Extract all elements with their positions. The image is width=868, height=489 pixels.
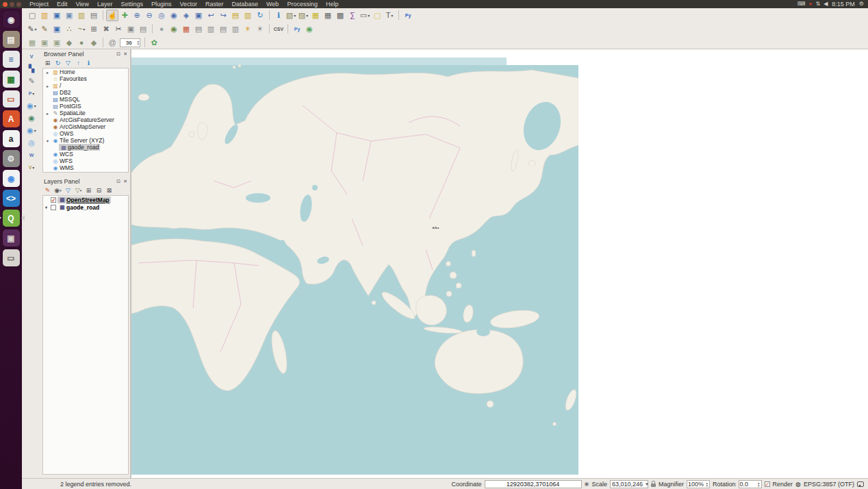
web-plugin-button[interactable]: ◉ — [303, 23, 316, 35]
add-selected-layers-button[interactable]: ⊞ — [43, 59, 52, 67]
layers-float-icon[interactable]: ⊡ — [116, 179, 120, 184]
dropdown-arrow-icon[interactable]: ▾ — [35, 27, 37, 32]
zoom-out-button[interactable]: ⊖ — [143, 10, 155, 21]
plugin-point-2-button[interactable]: ● — [75, 37, 88, 49]
magnifier-spinbox[interactable]: 100% ▴▾ — [687, 480, 710, 488]
browser-item-db2[interactable]: ▤DB2 — [43, 89, 128, 96]
filter-legend-button[interactable]: ▽ — [64, 186, 73, 195]
deselect-all-button[interactable]: ▨▾ — [297, 10, 309, 21]
save-as-copy-button[interactable]: ▥ — [75, 10, 88, 21]
render-checkbox[interactable]: ✓ — [765, 481, 770, 487]
browser-item-wfs[interactable]: ◎WFS — [43, 158, 128, 164]
steps-spinbox[interactable]: 36▴▾ — [120, 38, 140, 47]
zoom-to-native-button[interactable]: ◎ — [155, 10, 168, 21]
delete-selected-button[interactable]: ✖ — [100, 23, 112, 35]
map-tips-button[interactable]: ▢ — [371, 10, 383, 21]
add-vector-layer-button[interactable]: V — [25, 51, 38, 62]
map-canvas[interactable] — [131, 49, 868, 478]
browser-item-favourites[interactable]: ☆Favourites — [43, 75, 128, 82]
crs-icon[interactable]: ◍ — [795, 481, 801, 488]
expand-all-layers-button[interactable]: ⊞ — [84, 186, 93, 195]
browser-item-spatialite[interactable]: ▸✎SpatiaLite — [43, 110, 128, 116]
dropdown-arrow-icon[interactable]: ▾ — [80, 188, 82, 192]
zoom-next-button[interactable]: ↪ — [217, 10, 229, 21]
full-histogram-stretch-button[interactable]: ▥ — [205, 23, 217, 35]
dropdown-arrow-icon[interactable]: ▾ — [391, 13, 393, 18]
dropdown-arrow-icon[interactable]: ▾ — [294, 13, 296, 18]
green-plugin-button[interactable]: ✿ — [148, 37, 160, 49]
spinner-arrows-icon[interactable]: ▴▾ — [706, 481, 709, 487]
launcher-amazon[interactable]: a — [3, 130, 20, 147]
add-circular-string-button[interactable]: ~▾ — [75, 23, 88, 35]
plugin-grid-3-button[interactable]: ▣ — [51, 37, 63, 49]
python-console-button[interactable]: Py — [291, 23, 303, 35]
launcher-terminal-app[interactable]: ▣ — [3, 229, 20, 247]
launcher-files[interactable]: ▤ — [3, 31, 20, 48]
plugin-point-1-button[interactable]: ◆ — [63, 37, 75, 49]
open-project-button[interactable]: ▥ — [38, 10, 51, 21]
recording-indicator-icon[interactable]: ● — [809, 0, 813, 8]
text-annotation-button[interactable]: T▾ — [383, 10, 396, 21]
launcher-chromium-browser[interactable]: ◉ — [3, 170, 20, 187]
browser-float-icon[interactable]: ⊡ — [116, 51, 120, 57]
pan-map-button[interactable]: ☝ — [106, 10, 118, 21]
copy-features-button[interactable]: ▣ — [125, 23, 137, 35]
launcher-libreoffice-impress[interactable]: ▭ — [3, 90, 20, 108]
dropdown-arrow-icon[interactable]: ▾ — [306, 13, 308, 18]
save-project-button[interactable]: ▣ — [51, 10, 63, 21]
menu-help[interactable]: Help — [322, 0, 343, 8]
maximize-window-button[interactable] — [16, 2, 21, 7]
local-histogram-stretch-button[interactable]: ▤ — [192, 23, 205, 35]
add-mssql-layer-button[interactable]: ◉ — [25, 112, 38, 124]
layer-row-gaode-road[interactable]: ▾▦gaode_road — [43, 203, 128, 211]
zoom-full-button[interactable]: ◉ — [168, 10, 180, 21]
browser-item-home[interactable]: ▸▥Home — [43, 68, 128, 75]
paste-features-button[interactable]: ▤ — [137, 23, 149, 35]
keyboard-indicator-icon[interactable]: ⌨ — [797, 0, 806, 8]
browser-item-postgis[interactable]: ▤PostGIS — [43, 103, 128, 110]
coordinate-input[interactable] — [485, 480, 582, 488]
dropdown-arrow-icon[interactable]: ▾ — [32, 165, 34, 170]
menu-view[interactable]: View — [72, 0, 93, 8]
statistical-summary-button[interactable]: ∑ — [346, 10, 359, 21]
layer-visibility-checkbox[interactable]: ✓ — [51, 197, 56, 203]
launcher-ubuntu-dash[interactable]: ◉ — [3, 11, 20, 28]
refresh-browser-button[interactable]: ↻ — [53, 59, 62, 67]
new-project-button[interactable]: ▢ — [26, 10, 38, 21]
spiral-plugin-button[interactable]: @ — [106, 37, 118, 49]
cut-features-button[interactable]: ✂ — [112, 23, 125, 35]
launcher-external-drive[interactable]: ▭ — [3, 249, 20, 266]
add-spatialite-layer-button[interactable]: ◉▾ — [25, 100, 38, 112]
menu-database[interactable]: Database — [228, 0, 263, 8]
mouse-position-icon[interactable]: ◉ — [585, 481, 589, 487]
browser-item-ows[interactable]: ◎OWS — [43, 130, 128, 137]
open-layer-styling-button[interactable]: ✎ — [43, 186, 52, 195]
menu-edit[interactable]: Edit — [53, 0, 72, 8]
lock-scale-icon[interactable] — [651, 484, 656, 487]
layer-row-openstreetmap[interactable]: ✓▦OpenStreetMap — [43, 196, 128, 203]
browser-item-tile-server-xyz-[interactable]: ▾◉Tile Server (XYZ) — [43, 137, 128, 144]
browser-item-wcs[interactable]: ◉WCS — [43, 151, 128, 158]
show-bookmarks-button[interactable]: ▥ — [242, 10, 254, 21]
vertex-tool-button[interactable]: ⊞ — [88, 23, 100, 35]
menu-processing[interactable]: Processing — [283, 0, 322, 8]
minimize-window-button[interactable] — [10, 2, 14, 7]
browser-item-gaode-road[interactable]: ▦gaode_road — [43, 144, 128, 151]
increase-brightness-button[interactable]: ☀ — [242, 23, 254, 35]
chevron-down-icon[interactable]: ▼ — [645, 482, 649, 486]
add-postgis-layer-button[interactable]: P▾ — [25, 88, 38, 99]
spinner-arrows-icon[interactable]: ▴▾ — [758, 481, 761, 487]
new-bookmark-button[interactable]: ▤ — [229, 10, 242, 21]
menu-web[interactable]: Web — [262, 0, 283, 8]
expander-icon[interactable]: ▸ — [44, 111, 51, 116]
add-feature-button[interactable]: ∴ — [63, 23, 75, 35]
open-attribute-table-button[interactable]: ▦ — [322, 10, 334, 21]
browser-close-icon[interactable]: ✕ — [123, 51, 127, 57]
manage-map-themes-button[interactable]: ◉▾ — [53, 186, 62, 195]
plugin-grid-1-button[interactable]: ▦ — [26, 37, 38, 49]
add-wfs-layer-button[interactable]: W — [25, 149, 38, 161]
menu-vector[interactable]: Vector — [175, 0, 201, 8]
enable-properties-widget-button[interactable]: ℹ — [84, 59, 93, 67]
layer-visibility-checkbox[interactable] — [51, 205, 56, 210]
expander-icon[interactable]: ▾ — [44, 138, 51, 143]
